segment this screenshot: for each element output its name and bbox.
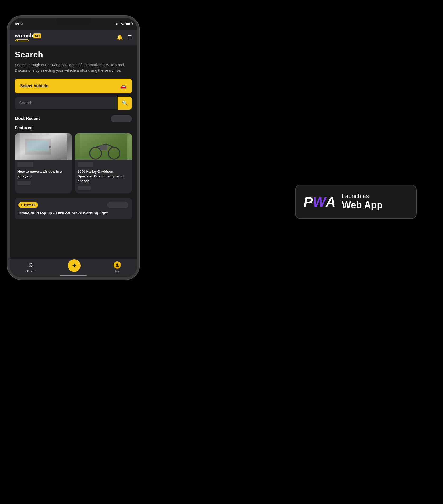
signal-bar-2 [116, 23, 117, 25]
battery-fill [126, 23, 130, 25]
pwa-launch-as-text: Launch as [342, 193, 383, 200]
signal-icon [115, 22, 119, 25]
svg-rect-11 [100, 145, 107, 150]
compass-icon: ⊙ [28, 262, 33, 268]
user-avatar-icon [114, 261, 121, 269]
logo-wrench-text: wrench [15, 33, 33, 39]
page-description: Search through our growing catalogue of … [15, 62, 132, 73]
home-indicator [60, 275, 87, 276]
list-item-pill [107, 202, 128, 208]
list-item-title-brake-fluid: Brake fluid top up - Turn off brake warn… [18, 210, 128, 216]
card-image-car-window [15, 133, 72, 160]
featured-section-header: Featured [15, 126, 132, 130]
search-magnify-icon: 🔍 [122, 100, 128, 106]
card-tag-1 [17, 162, 33, 167]
how-to-badge: ℹ How-To [18, 202, 38, 208]
signal-bar-3 [117, 23, 118, 25]
car-window-image-sim [15, 133, 72, 160]
tab-search-label: Search [26, 270, 35, 273]
card-tag-2 [78, 162, 93, 167]
app-header: wrench XD 🔔 ☰ [10, 30, 137, 45]
search-input[interactable] [15, 97, 118, 109]
add-button[interactable]: + [68, 259, 81, 272]
notification-bell-icon[interactable]: 🔔 [116, 34, 123, 40]
list-item-brake-fluid[interactable]: ℹ How-To Brake fluid top up - Turn off b… [15, 198, 132, 219]
main-content: Search Search through our growing catalo… [10, 45, 137, 258]
search-button[interactable]: 🔍 [118, 97, 132, 110]
status-icons: ∿ [115, 22, 132, 26]
logo-wrench-underline [15, 39, 29, 41]
silent-switch [7, 55, 8, 64]
pwa-logo: P W A [304, 194, 336, 210]
svg-point-4 [49, 146, 51, 148]
card-how-to-window[interactable]: How to move a window in a junkyard [15, 133, 72, 193]
how-to-badge-text: How-To [24, 203, 35, 207]
pwa-a-letter: A [326, 194, 336, 210]
card-footer-1 [17, 181, 31, 185]
card-title-1: How to move a window in a junkyard [15, 168, 72, 181]
pwa-web-app-text: Web App [342, 200, 383, 211]
header-icons: 🔔 ☰ [116, 34, 132, 40]
logo-top: wrench XD [15, 33, 41, 39]
card-image-motorcycle [75, 133, 132, 160]
most-recent-title: Most Recent [15, 116, 40, 121]
wifi-icon: ∿ [121, 22, 124, 26]
tab-me-label: Me [115, 270, 119, 273]
info-circle-icon: ℹ [21, 203, 22, 207]
logo-xd-badge: XD [33, 33, 41, 38]
select-vehicle-button[interactable]: Select Vehicle 🚗 [15, 79, 132, 93]
motorcycle-image-sim [75, 133, 132, 160]
hamburger-menu-icon[interactable]: ☰ [127, 34, 132, 40]
tab-search[interactable]: ⊙ Search [26, 262, 35, 273]
search-bar: 🔍 [15, 97, 132, 110]
card-harley-davidson[interactable]: 2000 Harley-Davidson Sportster Custom en… [75, 133, 132, 193]
card-title-2: 2000 Harley-Davidson Sportster Custom en… [75, 168, 132, 186]
pwa-launch-button[interactable]: P W A Launch as Web App [295, 185, 417, 219]
pwa-p-letter: P [304, 194, 313, 210]
app-logo: wrench XD [15, 33, 41, 41]
phone-frame: 4:09 ∿ wrench XD [7, 16, 139, 280]
volume-up-button [7, 69, 8, 85]
volume-down-button [7, 89, 8, 105]
featured-title: Featured [15, 126, 33, 130]
pwa-text: Launch as Web App [342, 193, 383, 211]
most-recent-pill [111, 115, 132, 122]
most-recent-section-header: Most Recent [15, 115, 132, 122]
signal-bar-4 [119, 22, 119, 25]
svg-rect-3 [27, 141, 49, 151]
phone-notch [56, 18, 91, 25]
plus-icon: + [72, 261, 76, 270]
power-button [139, 65, 139, 81]
phone-screen: wrench XD 🔔 ☰ Search Search through our … [10, 30, 137, 277]
page-title: Search [15, 50, 132, 60]
car-icon: 🚗 [120, 83, 127, 89]
select-vehicle-label: Select Vehicle [20, 84, 48, 88]
svg-point-12 [116, 263, 118, 265]
tab-add[interactable]: + [68, 262, 81, 272]
battery-icon [126, 22, 132, 25]
tab-me[interactable]: Me [114, 261, 121, 273]
list-item-header: ℹ How-To [18, 202, 128, 208]
featured-cards-row: How to move a window in a junkyard [15, 133, 132, 193]
pwa-w-letter: W [313, 194, 326, 210]
card-footer-2 [78, 186, 91, 190]
status-time: 4:09 [15, 22, 23, 26]
signal-bar-1 [115, 24, 115, 25]
